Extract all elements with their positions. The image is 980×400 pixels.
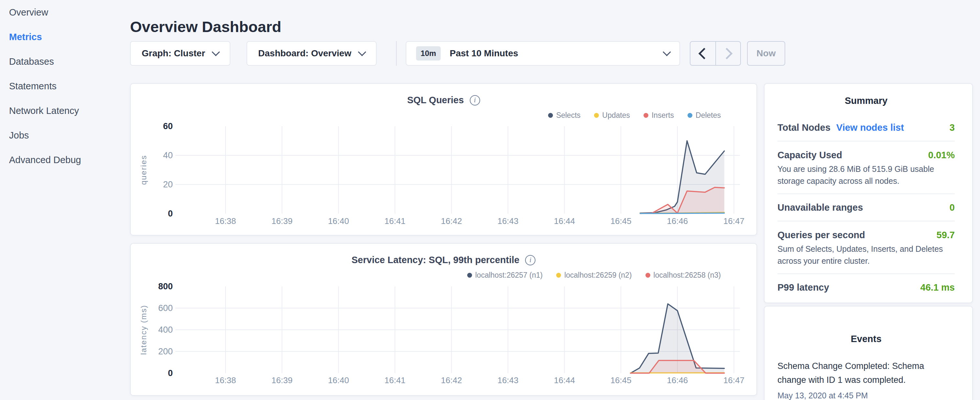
x-tick-label: 16:43 [497,216,518,226]
toolbar-divider [396,41,397,66]
x-tick-label: 16:45 [611,375,632,385]
legend-item[interactable]: localhost:26258 (n3) [646,271,721,280]
legend-item[interactable]: Selects [548,111,581,120]
series-line [640,213,724,214]
chevron-left-icon [698,48,710,59]
info-icon[interactable]: i [470,95,480,105]
divider [778,221,955,222]
y-tick-label: 800 [158,282,173,291]
summary-label: P99 latency [778,282,829,293]
x-tick-label: 16:42 [441,375,462,385]
x-tick-label: 16:45 [611,216,632,226]
x-tick-label: 16:44 [554,216,575,226]
summary-row-unavailable-ranges: Unavailable ranges 0 [778,202,955,213]
view-nodes-list-link[interactable]: View nodes list [836,122,904,133]
chevron-down-icon [212,48,220,56]
sidebar-item-databases[interactable]: Databases [0,49,127,74]
time-range-badge: 10m [416,46,441,61]
sidebar-item-jobs[interactable]: Jobs [0,123,127,148]
legend-item[interactable]: Inserts [644,111,674,120]
legend-dot-icon [556,273,561,278]
event-list-item[interactable]: Schema Change Completed: Schema change w… [778,359,955,400]
divider [778,193,955,194]
summary-label: Queries per second [778,230,865,241]
sidebar-item-statements[interactable]: Statements [0,74,127,98]
sidebar: Overview Metrics Databases Statements Ne… [0,0,127,172]
summary-row-total-nodes: Total Nodes View nodes list 3 [778,122,955,133]
summary-row-queries-per-second: Queries per second 59.7 [778,230,955,241]
legend-item[interactable]: localhost:26259 (n2) [556,271,632,280]
summary-row-capacity-used: Capacity Used 0.01% [778,150,955,161]
summary-value: 46.1 ms [921,282,955,293]
prev-range-button[interactable] [690,42,715,65]
legend-item[interactable]: localhost:26257 (n1) [467,271,542,280]
summary-value: 0.01% [928,150,955,161]
legend-label: Selects [556,111,581,120]
x-tick-label: 16:42 [441,216,462,226]
sidebar-item-metrics[interactable]: Metrics [0,25,127,49]
summary-value: 59.7 [937,230,955,241]
chevron-down-icon [663,48,671,56]
divider [778,274,955,274]
page-title: Overview Dashboard [130,18,282,36]
sidebar-item-overview[interactable]: Overview [0,0,127,25]
sidebar-item-advanced-debug[interactable]: Advanced Debug [0,148,127,172]
summary-value: 0 [950,202,955,213]
x-tick-label: 16:43 [497,375,518,385]
legend-label: Updates [602,111,630,120]
y-axis-label: latency (ms) [139,305,148,355]
sql-queries-plot[interactable]: 16:3816:3916:4016:4116:4216:4316:4416:45… [131,84,756,235]
x-tick-label: 16:47 [724,216,745,226]
summary-description: You are using 28.6 MiB of 515.9 GiB usab… [778,163,955,187]
x-tick-label: 16:40 [328,375,349,385]
legend-label: localhost:26259 (n2) [564,271,632,280]
now-button[interactable]: Now [747,41,785,66]
x-tick-label: 16:41 [384,375,406,385]
y-axis-label: queries [139,155,148,185]
divider [778,141,955,142]
dashboard-dropdown-label: Dashboard: Overview [258,48,352,59]
summary-value: 3 [950,122,955,133]
summary-label: Capacity Used [778,150,842,161]
service-latency-chart-card: Service Latency: SQL, 99th percentile i … [130,243,757,396]
graph-dropdown[interactable]: Graph: Cluster [130,41,231,66]
chart-title: Service Latency: SQL, 99th percentile [352,255,520,265]
time-nav [690,41,741,66]
event-text: Schema Change Completed: Schema change w… [778,359,939,387]
summary-panel: Summary Total Nodes View nodes list 3 Ca… [764,83,973,303]
legend-item[interactable]: Deletes [687,111,721,120]
next-range-button[interactable] [715,42,740,65]
time-range-label: Past 10 Minutes [450,48,518,59]
legend-dot-icon [644,113,648,118]
summary-label: Total Nodes [778,122,830,133]
graph-dropdown-label: Graph: Cluster [142,48,205,59]
summary-label: Unavailable ranges [778,202,863,213]
info-icon[interactable]: i [525,255,535,265]
legend-dot-icon [687,113,692,118]
chart-legend: SelectsUpdatesInsertsDeletes [548,111,721,120]
summary-row-p99-latency: P99 latency 46.1 ms [778,282,955,293]
sidebar-item-network-latency[interactable]: Network Latency [0,98,127,123]
legend-label: localhost:26257 (n1) [475,271,542,280]
y-tick-label: 0 [168,368,173,378]
legend-dot-icon [646,273,650,278]
y-tick-label: 200 [158,347,173,356]
x-tick-label: 16:46 [667,216,688,226]
time-range-dropdown[interactable]: 10m Past 10 Minutes [406,41,680,66]
legend-label: localhost:26258 (n3) [654,271,721,280]
y-tick-label: 20 [163,180,173,189]
x-tick-label: 16:38 [215,216,236,226]
toolbar: Graph: Cluster Dashboard: Overview 10m P… [130,41,785,66]
legend-item[interactable]: Updates [594,111,630,120]
service-latency-plot[interactable]: 16:3816:3916:4016:4116:4216:4316:4416:45… [131,244,756,395]
y-tick-label: 600 [158,303,173,313]
legend-dot-icon [467,273,472,278]
summary-description: Sum of Selects, Updates, Inserts, and De… [778,243,955,267]
x-tick-label: 16:39 [272,216,293,226]
x-tick-label: 16:47 [724,375,745,385]
x-tick-label: 16:44 [554,375,575,385]
legend-label: Deletes [695,111,721,120]
events-title: Events [778,334,955,344]
dashboard-dropdown[interactable]: Dashboard: Overview [247,41,377,66]
legend-dot-icon [548,113,553,118]
